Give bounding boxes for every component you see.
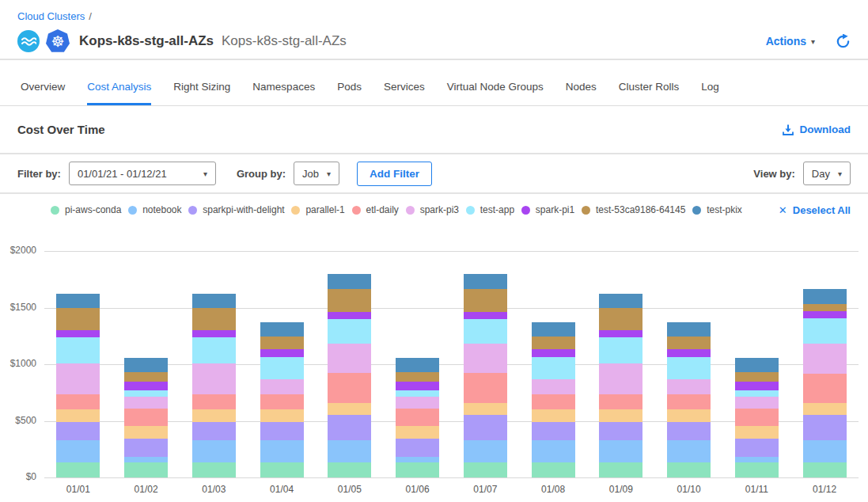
bar-segment-spark-pi1 [192,330,236,337]
bar-segment-notebook [735,457,779,462]
deselect-all-button[interactable]: ✕ Deselect All [779,204,851,216]
bar-01/03 [192,294,236,477]
actions-label: Actions [766,35,806,48]
x-tick-label: 01/10 [655,484,723,495]
group-by-label: Group by: [237,168,286,180]
breadcrumb-link-cloud-clusters[interactable]: Cloud Clusters [17,10,85,22]
x-tick-label: 01/01 [44,484,112,495]
legend-item-notebook[interactable]: notebook [128,204,181,215]
legend-label: etl-daily [366,204,399,215]
bar-segment-test-53ca9186-64145 [124,372,168,382]
bars-container [44,251,859,477]
bar-segment-etl-daily [124,409,168,426]
bar-segment-spark-pi3 [56,363,100,394]
bar-segment-spark-pi1 [328,312,371,319]
bar-segment-spark-pi3 [735,397,779,409]
page-header: Cloud Clusters / ☸ Kops-k8s-stg-all-AZs … [0,0,868,60]
bar-segment-notebook [396,457,439,462]
bar-segment-sparkpi-with-delight [464,415,507,440]
add-filter-button[interactable]: Add Filter [357,162,432,186]
tab-right-sizing[interactable]: Right Sizing [173,60,230,105]
legend-label: test-53ca9186-64145 [596,204,685,215]
bar-segment-notebook [803,440,847,463]
tab-virtual-node-groups[interactable]: Virtual Node Groups [447,60,544,105]
bar-segment-test-pkix [464,274,507,289]
legend-item-spark-pi1[interactable]: spark-pi1 [521,204,574,215]
bar-segment-parallel-1 [464,403,507,414]
bar-segment-sparkpi-with-delight [192,422,236,440]
legend-dot-icon [128,206,137,215]
tab-services[interactable]: Services [384,60,425,105]
bar-segment-sparkpi-with-delight [56,422,100,440]
bar-segment-notebook [192,440,236,463]
bar-segment-etl-daily [328,373,371,403]
bar-01/04 [260,322,304,477]
caret-down-icon: ▾ [327,169,331,178]
legend-label: spark-pi3 [420,204,459,215]
x-tick-label: 01/07 [452,484,520,495]
legend-item-etl-daily[interactable]: etl-daily [352,204,399,215]
legend-item-test-app[interactable]: test-app [466,204,514,215]
bar-segment-etl-daily [532,394,575,409]
bar-segment-parallel-1 [56,409,100,422]
close-icon: ✕ [779,204,787,216]
bar-segment-test-app [328,319,371,344]
kubernetes-icon: ☸ [46,29,70,53]
bar-segment-notebook [599,440,642,463]
group-by-select[interactable]: Job ▾ [294,162,339,185]
y-tick-label: $1500 [10,302,36,313]
bar-segment-etl-daily [735,409,779,426]
legend-item-pi-aws-conda[interactable]: pi-aws-conda [51,204,121,215]
tab-nodes[interactable]: Nodes [566,60,597,105]
x-tick-label: 01/08 [519,484,587,495]
bar-segment-parallel-1 [599,409,642,422]
bar-segment-test-53ca9186-64145 [803,304,847,311]
x-tick-label: 01/09 [587,484,655,495]
bar-segment-notebook [124,457,168,462]
tab-pods[interactable]: Pods [337,60,362,105]
breadcrumb-separator: / [89,10,92,22]
bar-segment-test-app [260,357,304,380]
legend-item-spark-pi3[interactable]: spark-pi3 [406,204,459,215]
bar-segment-test-app [803,318,847,344]
cost-over-time-chart: $0$500$1000$1500$2000 01/0101/0201/0301/… [0,226,868,502]
chart-plot [44,251,859,477]
y-tick-label: $500 [15,415,36,426]
bar-segment-test-pkix [803,289,847,304]
legend-dot-icon [521,206,530,215]
bar-segment-test-app [464,319,507,344]
legend-item-test-pkix[interactable]: test-pkix [692,204,742,215]
bar-01/12 [803,289,847,477]
bar-segment-pi-aws-conda [192,462,236,477]
download-button[interactable]: Download [782,124,851,136]
tab-cluster-rolls[interactable]: Cluster Rolls [619,60,680,105]
view-by-label: View by: [753,168,795,180]
ocean-logo-icon [17,30,40,52]
tab-log[interactable]: Log [701,60,719,105]
bar-segment-test-53ca9186-64145 [56,308,100,330]
tab-cost-analysis[interactable]: Cost Analysis [87,60,151,105]
bar-segment-pi-aws-conda [464,462,507,477]
tab-overview[interactable]: Overview [21,60,65,105]
bar-segment-pi-aws-conda [532,462,575,477]
bar-segment-test-pkix [396,358,439,372]
bar-segment-test-pkix [532,322,575,337]
date-range-select[interactable]: 01/01/21 - 01/12/21 ▾ [69,162,216,185]
bar-segment-test-pkix [124,358,168,372]
bar-segment-spark-pi1 [396,382,439,390]
legend-item-sparkpi-with-delight[interactable]: sparkpi-with-delight [188,204,284,215]
view-by-select[interactable]: Day ▾ [803,162,851,185]
legend-dot-icon [352,206,361,215]
legend-dot-icon [406,206,415,215]
legend-item-parallel-1[interactable]: parallel-1 [291,204,344,215]
breadcrumb: Cloud Clusters / [17,8,851,24]
legend-item-test-53ca9186-64145[interactable]: test-53ca9186-64145 [582,204,685,215]
bar-segment-spark-pi1 [599,330,642,337]
bar-segment-test-app [192,337,236,363]
tab-namespaces[interactable]: Namespaces [252,60,315,105]
bar-segment-pi-aws-conda [396,462,439,477]
refresh-icon[interactable] [836,34,851,49]
actions-button[interactable]: Actions ▾ [766,35,815,48]
bar-segment-sparkpi-with-delight [803,415,847,440]
gridline [44,477,859,478]
